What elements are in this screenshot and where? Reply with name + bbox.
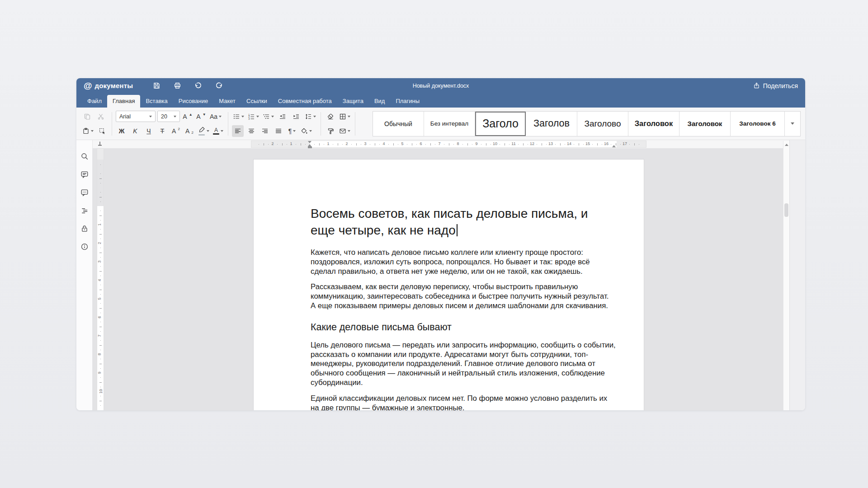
shrink-font-button[interactable]: A▼: [195, 111, 207, 122]
shading-button[interactable]: [300, 125, 313, 137]
copy-icon: [84, 113, 91, 120]
tab-view[interactable]: Вид: [369, 95, 391, 108]
print-button[interactable]: [173, 81, 182, 90]
outline-icon: [80, 206, 89, 215]
tab-layout[interactable]: Макет: [213, 95, 241, 108]
select-button[interactable]: [96, 125, 108, 137]
grow-font-button[interactable]: A▲: [182, 111, 193, 122]
sidebar-search-button[interactable]: [78, 147, 91, 165]
sidebar-navigation-button[interactable]: [78, 202, 91, 220]
divider: [112, 112, 112, 136]
numbered-list-button[interactable]: 123: [247, 111, 260, 122]
mail-merge-button[interactable]: [338, 125, 351, 137]
tab-file[interactable]: Файл: [82, 95, 107, 108]
sidebar-info-button[interactable]: [78, 238, 91, 256]
font-name-value: Arial: [119, 113, 131, 120]
style-no-spacing[interactable]: Без интервал: [424, 112, 475, 136]
bullet-list-button[interactable]: [232, 111, 245, 122]
decrease-indent-button[interactable]: [277, 111, 288, 122]
ruler-tick: [100, 192, 101, 192]
ruler-tick: [100, 266, 101, 267]
right-indent-marker[interactable]: [612, 145, 616, 147]
multilevel-list-button[interactable]: [262, 111, 275, 122]
formatting-marks-button[interactable]: ¶: [286, 125, 298, 137]
up-mark-icon: ▲: [189, 113, 193, 117]
vertical-ruler[interactable]: 12345678910: [97, 148, 104, 410]
ruler-tick: [100, 285, 101, 285]
align-center-button[interactable]: [245, 125, 257, 137]
style-heading6[interactable]: Заголовок 6: [731, 112, 785, 136]
font-color-swatch: [213, 133, 219, 135]
justify-button[interactable]: [273, 125, 284, 137]
bold-button[interactable]: Ж: [116, 125, 127, 137]
font-name-dropdown[interactable]: Arial: [116, 111, 156, 122]
tab-collaboration[interactable]: Совместная работа: [273, 95, 337, 108]
sidebar-comments-button[interactable]: [78, 165, 91, 183]
left-indent-marker[interactable]: [308, 144, 312, 148]
share-button[interactable]: Поделиться: [753, 82, 798, 89]
font-color-button[interactable]: А: [212, 125, 224, 137]
ruler-tick: [100, 405, 101, 406]
cut-button[interactable]: [95, 111, 107, 122]
save-button[interactable]: [152, 81, 161, 90]
underline-button[interactable]: Ч: [143, 125, 155, 137]
tab-stop-selector[interactable]: [96, 140, 104, 147]
borders-button[interactable]: [338, 111, 351, 122]
style-normal[interactable]: Обычный: [373, 112, 424, 136]
ruler-tick: [555, 144, 556, 145]
editor-canvas: 12345678910 Восемь советов, как писать д…: [93, 148, 789, 410]
document-page[interactable]: Восемь советов, как писать деловые письм…: [253, 159, 644, 410]
style-heading3[interactable]: Заголово: [577, 112, 628, 136]
styles-gallery-expand-button[interactable]: [785, 112, 800, 136]
tab-drawing[interactable]: Рисование: [173, 95, 213, 108]
align-right-button[interactable]: [259, 125, 271, 137]
vertical-scrollbar[interactable]: [783, 141, 789, 410]
tab-references[interactable]: Ссылки: [241, 95, 273, 108]
app-logo[interactable]: @ документы: [84, 81, 133, 91]
scrollbar-thumb[interactable]: [784, 203, 788, 217]
style-heading1[interactable]: Заголо: [475, 112, 526, 136]
comment-icon: [80, 170, 89, 178]
clear-formatting-button[interactable]: [325, 111, 336, 122]
bullet-list-icon: [233, 113, 240, 120]
first-line-indent-marker[interactable]: [308, 141, 311, 143]
superscript-button[interactable]: A2: [170, 125, 182, 137]
paint-roller-icon: [327, 127, 334, 135]
style-heading4[interactable]: Заголовок: [628, 112, 679, 136]
paragraph-group: 123: [232, 110, 317, 137]
strike-label: Т: [160, 128, 165, 134]
tab-insert[interactable]: Вставка: [140, 95, 173, 108]
line-spacing-button[interactable]: [304, 111, 317, 122]
font-size-dropdown[interactable]: 20: [157, 111, 180, 122]
horizontal-ruler[interactable]: 211234567891011121314151617: [251, 141, 646, 148]
strikethrough-button[interactable]: Т: [156, 125, 168, 137]
change-case-button[interactable]: Aa: [209, 111, 222, 122]
ruler-number: 12: [530, 142, 534, 146]
ruler-tick: [537, 144, 537, 145]
ruler-tick: [99, 216, 102, 216]
increase-indent-button[interactable]: [290, 111, 302, 122]
tab-home[interactable]: Главная: [107, 95, 140, 108]
style-heading5[interactable]: Заголовок: [679, 112, 731, 136]
tab-protection[interactable]: Защита: [337, 95, 369, 108]
italic-button[interactable]: K: [129, 125, 141, 137]
undo-button[interactable]: [193, 81, 203, 90]
ruler-tick: [305, 144, 306, 145]
copy-button[interactable]: [81, 111, 93, 122]
sidebar-chat-button[interactable]: [78, 183, 91, 202]
redo-button[interactable]: [214, 81, 223, 90]
paste-button[interactable]: [81, 125, 94, 137]
subscript-button[interactable]: A2: [184, 125, 195, 137]
ruler-number: 2: [345, 142, 348, 146]
scroll-up-button[interactable]: [783, 141, 789, 149]
sidebar-protection-button[interactable]: [78, 220, 91, 238]
align-left-button[interactable]: [232, 125, 244, 137]
ruler-tick: [100, 294, 101, 295]
copy-style-button[interactable]: [325, 125, 336, 137]
tab-plugins[interactable]: Плагины: [390, 95, 425, 108]
highlight-color-button[interactable]: [197, 125, 210, 137]
ruler-tick: [99, 271, 102, 272]
style-heading2[interactable]: Заголов: [526, 112, 577, 136]
ruler-tick: [453, 144, 454, 145]
bold-label: Ж: [119, 128, 125, 134]
